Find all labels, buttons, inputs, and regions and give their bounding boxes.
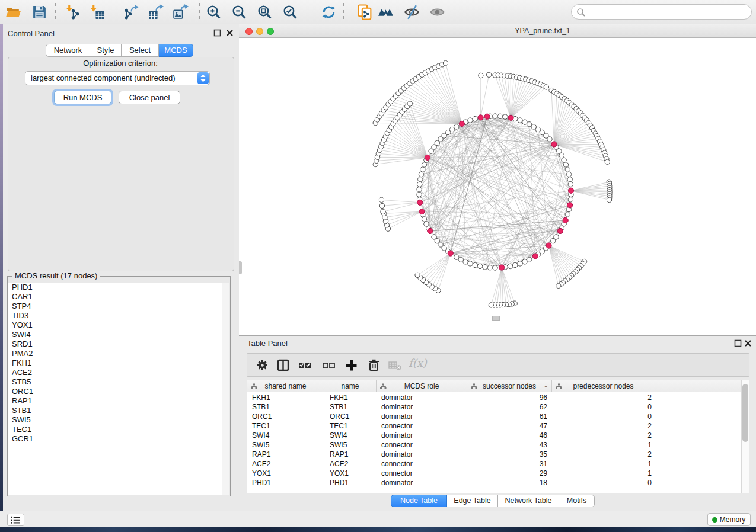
export-table-icon[interactable] [148,4,164,20]
run-mcds-button[interactable]: Run MCDS [54,91,111,104]
delete-column-icon[interactable] [367,358,381,372]
graph-leaf-node[interactable] [415,273,420,277]
mcds-result-list[interactable]: PHD1CAR1STP4TID3YOX1SWI4SRD1PMA2FKH1ACE2… [8,283,222,495]
table-row[interactable]: TEC1TEC1connector472 [247,421,741,431]
tab-select[interactable]: Select [122,44,159,57]
graph-node[interactable] [477,264,482,268]
float-panel-icon[interactable] [213,29,221,37]
graph-mcds-hub-node[interactable] [425,155,430,160]
graph-leaf-node[interactable] [407,101,412,106]
graph-mcds-hub-node[interactable] [508,115,513,120]
mcds-result-item[interactable]: SWI5 [8,415,222,425]
graph-node[interactable] [527,257,532,262]
zoom-out-icon[interactable] [231,4,247,20]
graph-mcds-hub-node[interactable] [419,209,425,214]
close-panel-icon[interactable] [226,29,234,37]
table-scrollbar[interactable] [741,380,749,493]
search-input[interactable] [571,4,752,20]
export-network-icon[interactable] [123,4,139,20]
task-history-button[interactable] [7,514,24,526]
import-table-icon[interactable] [90,4,106,20]
mcds-result-item[interactable]: PHD1 [8,283,222,292]
mcds-result-item[interactable]: RAP1 [8,396,222,406]
graph-leaf-node[interactable] [556,283,561,288]
import-network-icon[interactable] [65,4,81,20]
column-header-shared-name[interactable]: shared name [247,380,324,392]
mcds-result-item[interactable]: ACE2 [8,368,222,377]
graph-node[interactable] [454,255,459,259]
graph-node[interactable] [559,153,564,158]
column-header-predecessor-nodes[interactable]: predecessor nodes [552,380,655,392]
graph-node[interactable] [493,114,497,118]
graph-node[interactable] [497,114,502,118]
graph-node[interactable] [468,118,473,123]
graph-mcds-hub-node[interactable] [568,188,573,193]
graph-node[interactable] [527,122,532,127]
graph-leaf-node[interactable] [607,197,611,202]
column-visibility-icon[interactable] [276,358,290,372]
network-graph-canvas[interactable] [239,38,756,335]
table-row[interactable]: SWI4SWI4dominator462 [247,431,741,440]
mcds-result-item[interactable]: TEC1 [8,425,222,434]
graph-node[interactable] [518,118,522,123]
hide-selected-icon[interactable] [404,4,420,20]
float-table-panel-icon[interactable] [734,339,742,347]
graph-node[interactable] [420,167,425,172]
graph-node[interactable] [551,238,556,243]
close-table-panel-icon[interactable] [744,339,752,347]
graph-leaf-node[interactable] [379,203,384,208]
graph-node[interactable] [503,114,508,119]
open-folder-icon[interactable] [5,4,21,20]
graph-node[interactable] [417,182,422,187]
mcds-result-item[interactable]: ORC1 [8,387,222,396]
table-row[interactable]: RAP1RAP1dominator352 [247,450,741,459]
graph-node[interactable] [458,257,463,262]
graph-node[interactable] [567,177,572,182]
zoom-in-icon[interactable] [206,4,222,20]
graph-mcds-hub-node[interactable] [478,115,483,120]
mcds-result-scrollbar[interactable] [222,283,229,495]
close-panel-button[interactable]: Close panel [119,91,180,104]
graph-node[interactable] [473,116,477,121]
graph-mcds-hub-node[interactable] [428,228,433,233]
zoom-selected-icon[interactable] [282,4,298,20]
column-header-successor-nodes[interactable]: successor nodes⌄ [467,380,552,392]
graph-mcds-hub-node[interactable] [448,251,453,256]
graph-node[interactable] [566,172,571,177]
graph-mcds-hub-node[interactable] [563,217,568,223]
network-vertical-scrollbar-thumb[interactable] [239,261,242,274]
graph-node[interactable] [565,212,570,217]
graph-node[interactable] [424,222,429,226]
mcds-result-item[interactable]: STB5 [8,377,222,387]
close-window-icon[interactable] [245,28,253,35]
graph-node[interactable] [417,192,422,197]
gear-icon[interactable] [256,358,269,372]
tab-motifs[interactable]: Motifs [559,495,595,507]
select-all-icon[interactable] [298,358,312,372]
column-header-name[interactable]: name [324,380,377,392]
graph-node[interactable] [522,259,527,264]
graph-node[interactable] [468,261,473,266]
minimize-window-icon[interactable] [256,28,263,35]
graph-leaf-node[interactable] [443,60,448,65]
mcds-result-item[interactable]: CAR1 [8,292,222,302]
graph-node[interactable] [432,235,436,239]
export-image-icon[interactable] [173,4,189,20]
graph-node[interactable] [419,172,423,177]
deselect-all-icon[interactable] [322,358,336,372]
table-row[interactable]: STB1STB1dominator620 [247,402,741,412]
mcds-result-item[interactable]: GCR1 [8,434,222,444]
graph-node[interactable] [568,182,573,187]
graph-node[interactable] [418,177,423,182]
graph-node[interactable] [568,197,573,202]
graph-node[interactable] [487,265,492,270]
graph-mcds-hub-node[interactable] [484,114,490,119]
table-row[interactable]: ACE2ACE2connector311 [247,459,741,469]
graph-leaf-node[interactable] [479,73,483,78]
graph-mcds-hub-node[interactable] [499,265,505,270]
graph-mcds-hub-node[interactable] [459,121,464,126]
graph-node[interactable] [473,262,477,267]
mcds-result-item[interactable]: PMA2 [8,349,222,358]
graph-node[interactable] [454,124,459,129]
graph-node[interactable] [493,265,497,270]
